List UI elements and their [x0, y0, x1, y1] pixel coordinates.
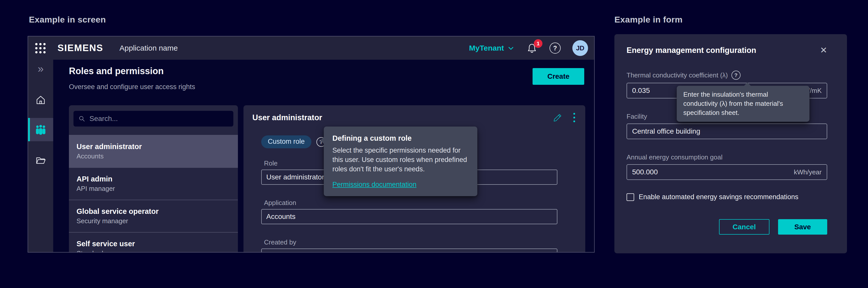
role-list-item[interactable]: Self service user Standard — [69, 232, 238, 253]
save-button[interactable]: Save — [778, 219, 827, 235]
custom-role-tooltip: Defining a custom role Select the specif… — [324, 127, 477, 196]
thermal-tooltip: Enter the insulation's thermal conductiv… — [677, 86, 809, 122]
users-icon — [35, 124, 46, 136]
question-glyph: ? — [734, 72, 738, 78]
role-item-subtitle: Standard — [76, 250, 230, 253]
role-item-subtitle: API manager — [76, 185, 230, 192]
application-input[interactable] — [266, 213, 552, 221]
double-chevron-icon: » — [38, 63, 43, 75]
goal-input[interactable] — [632, 168, 794, 176]
goal-unit: kWh/year — [794, 168, 822, 176]
app-content: Roles and permission Oversee and configu… — [53, 60, 594, 252]
role-item-title: User administrator — [76, 142, 230, 151]
role-list-item[interactable]: Global service operator Security manager — [69, 200, 238, 232]
detail-title: User administrator — [252, 113, 322, 122]
help-button[interactable]: ? — [550, 42, 561, 53]
facility-input[interactable] — [632, 127, 822, 135]
app-window: SIEMENS Application name MyTenant 1 ? JD… — [28, 36, 595, 253]
kebab-menu-icon[interactable] — [574, 113, 575, 122]
search-input[interactable] — [89, 115, 229, 123]
energy-form-dialog: Energy management configuration ✕ Therma… — [614, 34, 847, 253]
question-icon: ? — [553, 44, 557, 52]
recommendations-checkbox[interactable] — [626, 193, 634, 201]
sidebar: » — [28, 60, 53, 252]
siemens-logo: SIEMENS — [58, 43, 103, 53]
facility-label: Facility — [626, 113, 647, 120]
notification-count-badge: 1 — [534, 39, 542, 48]
page-title: Roles and permission — [69, 66, 164, 76]
search-icon — [78, 115, 86, 123]
role-item-subtitle: Security manager — [76, 217, 230, 225]
sidebar-item-home[interactable] — [28, 88, 53, 111]
field-label-created-by: Created by — [261, 239, 557, 246]
role-list-item[interactable]: User administrator Accounts — [69, 135, 238, 167]
recommendations-checkbox-label: Enable automated energy savings recommen… — [639, 193, 798, 201]
left-section-title: Example in screen — [29, 15, 106, 25]
form-title: Energy management configuration — [626, 46, 756, 55]
role-item-title: Self service user — [76, 240, 230, 248]
thermal-label: Thermal conductivity coefficient (λ) — [626, 71, 728, 79]
tenant-label: MyTenant — [469, 44, 504, 52]
field-label-application: Application — [261, 199, 557, 207]
app-launcher-icon[interactable] — [35, 42, 46, 53]
role-item-subtitle: Accounts — [76, 152, 230, 160]
avatar-initials: JD — [576, 44, 584, 52]
goal-field: kWh/year — [626, 164, 827, 180]
page-subtitle: Oversee and configure user access rights — [69, 83, 195, 91]
home-icon — [35, 94, 46, 106]
facility-field — [626, 123, 827, 139]
tenant-selector[interactable]: MyTenant — [469, 44, 514, 52]
tooltip-title: Defining a custom role — [332, 134, 469, 142]
app-header: SIEMENS Application name MyTenant 1 ? JD — [28, 36, 594, 60]
create-button[interactable]: Create — [532, 68, 584, 85]
user-avatar[interactable]: JD — [572, 40, 588, 56]
right-section-title: Example in form — [614, 15, 683, 25]
permissions-documentation-link[interactable]: Permissions documentation — [332, 181, 416, 188]
role-list-item[interactable]: API admin API manager — [69, 167, 238, 200]
notifications-button[interactable]: 1 — [526, 42, 538, 54]
close-icon[interactable]: ✕ — [820, 46, 828, 55]
created-by-input[interactable] — [266, 252, 552, 253]
chevron-down-icon — [507, 45, 514, 51]
custom-role-badge: Custom role — [261, 135, 311, 148]
thermal-help-icon[interactable]: ? — [732, 71, 741, 80]
edit-pencil-icon[interactable] — [553, 113, 562, 122]
roles-list-panel: User administrator Accounts API admin AP… — [69, 105, 238, 253]
cancel-button[interactable]: Cancel — [719, 219, 770, 235]
goal-label: Annual energy consumption goal — [626, 153, 722, 161]
sidebar-item-users-selected[interactable] — [28, 118, 53, 141]
application-name: Application name — [120, 44, 178, 52]
role-item-title: API admin — [76, 175, 230, 183]
search-box — [73, 111, 233, 127]
folder-icon — [35, 155, 46, 166]
role-item-title: Global service operator — [76, 207, 230, 216]
sidebar-expand-button[interactable]: » — [28, 61, 53, 77]
sidebar-item-projects[interactable] — [28, 149, 53, 172]
tooltip-body: Select the specific permissions needed f… — [332, 146, 469, 174]
